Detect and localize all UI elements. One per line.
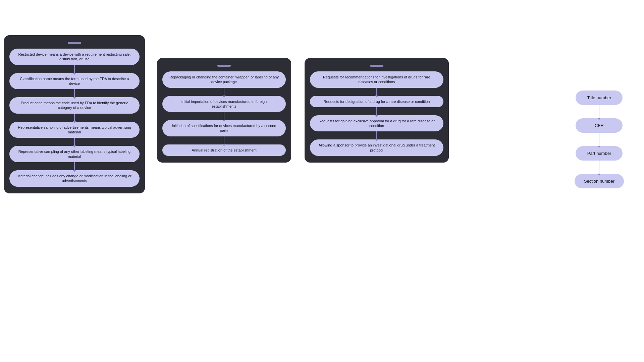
right-arrow-2 [599,133,599,146]
arrow-1-1 [74,65,75,73]
flow-card-3: Requests for recommendations for investi… [305,58,449,163]
flow-card-1: Restricted device means a device with a … [4,35,145,193]
title-number-node: Title number [576,90,623,105]
node-1-2: Classification name means the term used … [9,73,140,89]
node-3-2: Requests for designation of a drug for a… [310,96,443,107]
arrow-1-3 [74,114,75,122]
node-1-1: Restricted device means a device with a … [9,49,140,65]
node-2-4: Annual registration of the establishment [162,144,286,156]
flow-card-2: Repackaging or changing the container, w… [157,58,291,163]
card-indicator-2 [217,65,231,67]
arrow-2-3 [224,136,224,144]
node-1-4: Representative sampling of advertisement… [9,122,140,138]
node-1-3: Product code means the code used by FDA … [9,97,140,114]
node-2-2: Initial importation of devices manufactu… [162,96,286,112]
card-indicator-3 [370,65,383,67]
cfr-node: CFR [576,118,623,133]
arrow-2-1 [224,88,224,96]
arrow-3-1 [376,88,377,96]
node-2-3: Initiation of specifications for devices… [162,120,286,136]
arrow-2-2 [224,112,224,120]
arrow-3-3 [376,131,377,139]
arrow-1-4 [74,138,75,146]
node-2-1: Repackaging or changing the container, w… [162,71,286,88]
right-arrow-3 [599,161,599,174]
node-1-5: Representative sampling of any other lab… [9,146,140,162]
node-3-1: Requests for recommendations for investi… [310,71,443,88]
right-arrow-1 [599,105,599,118]
node-3-4: Allowing a sponsor to provide an investi… [310,139,443,156]
node-1-6: Material change includes any change or m… [9,170,140,187]
arrow-1-2 [74,89,75,97]
node-3-3: Requests for gaining exclusive approval … [310,115,443,132]
right-flow: Title number CFR Part number Section num… [575,90,624,188]
arrow-1-5 [74,162,75,170]
part-number-node: Part number [576,146,623,161]
card-indicator-1 [68,42,81,44]
arrow-3-2 [376,107,377,115]
section-number-node: Section number [575,174,624,188]
